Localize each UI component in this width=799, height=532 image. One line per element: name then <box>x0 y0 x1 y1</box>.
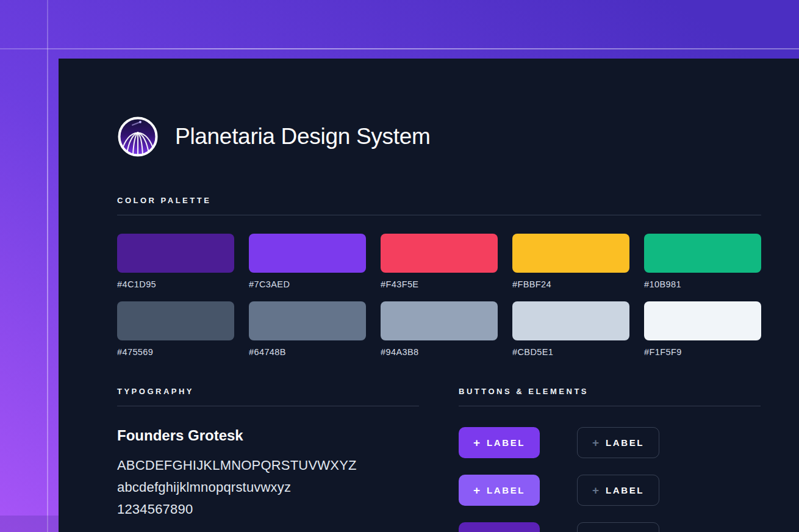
backdrop-bottom-band <box>0 516 59 532</box>
swatch-cell: #475569 <box>117 301 234 357</box>
button-rows: + LABEL + LABEL + LABEL + LABEL <box>459 427 761 532</box>
color-swatch <box>644 301 761 340</box>
color-swatch <box>512 234 629 273</box>
section-color-palette: COLOR PALETTE #4C1D95 #7C3AED #F43F5E #F… <box>117 196 761 357</box>
swatch-cell: #7C3AED <box>249 234 366 289</box>
lowercase-sample: abcdefghijklmnopqrstuvwxyz <box>117 476 419 498</box>
swatch-cell: #F43F5E <box>381 234 498 289</box>
button-row: + LABEL + LABEL <box>459 427 761 458</box>
vertical-guide-line <box>47 0 48 532</box>
uppercase-sample: ABCDEFGHIJKLMNOPQRSTUVWXYZ <box>117 455 419 476</box>
horizontal-guide-line <box>0 48 799 49</box>
color-palette-heading: COLOR PALETTE <box>117 196 761 205</box>
color-swatch <box>512 301 629 340</box>
swatch-cell: #10B981 <box>644 234 761 289</box>
swatch-hex-label: #F43F5E <box>381 279 498 289</box>
buttons-elements-heading: BUTTONS & ELEMENTS <box>459 387 761 396</box>
swatch-cell: #4C1D95 <box>117 234 234 289</box>
section-divider <box>459 406 761 406</box>
page-title: Planetaria Design System <box>175 124 431 149</box>
swatch-cell: #F1F5F9 <box>644 301 761 357</box>
color-swatch <box>381 234 498 273</box>
color-swatch <box>117 234 234 273</box>
swatch-grid: #4C1D95 #7C3AED #F43F5E #FBBF24 #10B981 … <box>117 234 761 357</box>
swatch-hex-label: #7C3AED <box>249 279 366 289</box>
section-typography: TYPOGRAPHY Founders Grotesk ABCDEFGHIJKL… <box>117 387 419 520</box>
swatch-hex-label: #94A3B8 <box>381 347 498 357</box>
button-row: + LABEL + LABEL <box>459 522 761 532</box>
color-swatch <box>249 301 366 340</box>
swatch-hex-label: #475569 <box>117 347 234 357</box>
button-label: LABEL <box>487 485 525 495</box>
color-swatch <box>644 234 761 273</box>
design-system-panel: Planetaria Design System COLOR PALETTE #… <box>59 59 799 532</box>
type-samples: ABCDEFGHIJKLMNOPQRSTUVWXYZ abcdefghijklm… <box>117 455 419 520</box>
swatch-hex-label: #FBBF24 <box>512 279 629 289</box>
planetaria-logo-icon <box>117 116 159 157</box>
plus-icon: + <box>473 484 480 496</box>
swatch-hex-label: #10B981 <box>644 279 761 289</box>
swatch-cell: #FBBF24 <box>512 234 629 289</box>
color-swatch <box>117 301 234 340</box>
filled-label-button-hover[interactable]: + LABEL <box>459 475 540 506</box>
button-label: LABEL <box>606 485 644 495</box>
swatch-hex-label: #64748B <box>249 347 366 357</box>
swatch-cell: #64748B <box>249 301 366 357</box>
outlined-label-button[interactable]: + LABEL <box>577 427 659 458</box>
page-background: { "colors": { "bg_grad_bottom": "#A855F7… <box>0 0 799 532</box>
button-row: + LABEL + LABEL <box>459 475 761 506</box>
outlined-label-button[interactable]: + LABEL <box>577 522 659 532</box>
button-label: LABEL <box>487 437 525 448</box>
color-swatch <box>249 234 366 273</box>
plus-icon: + <box>473 437 480 448</box>
plus-icon: + <box>592 484 599 496</box>
swatch-cell: #94A3B8 <box>381 301 498 357</box>
filled-label-button[interactable]: + LABEL <box>459 427 540 458</box>
swatch-hex-label: #CBD5E1 <box>512 347 629 357</box>
numerals-sample: 1234567890 <box>117 498 419 520</box>
color-swatch <box>381 301 498 340</box>
swatch-hex-label: #F1F5F9 <box>644 347 761 357</box>
font-name: Founders Grotesk <box>117 427 419 444</box>
plus-icon: + <box>592 437 599 448</box>
typography-heading: TYPOGRAPHY <box>117 387 419 396</box>
header: Planetaria Design System <box>117 116 431 157</box>
filled-label-button-active[interactable]: + LABEL <box>459 522 540 532</box>
section-buttons-elements: BUTTONS & ELEMENTS + LABEL + LABEL + LAB… <box>459 387 761 532</box>
section-divider <box>117 406 419 406</box>
button-label: LABEL <box>606 437 644 448</box>
swatch-hex-label: #4C1D95 <box>117 279 234 289</box>
outlined-label-button[interactable]: + LABEL <box>577 475 659 506</box>
swatch-cell: #CBD5E1 <box>512 301 629 357</box>
section-divider <box>117 215 761 215</box>
